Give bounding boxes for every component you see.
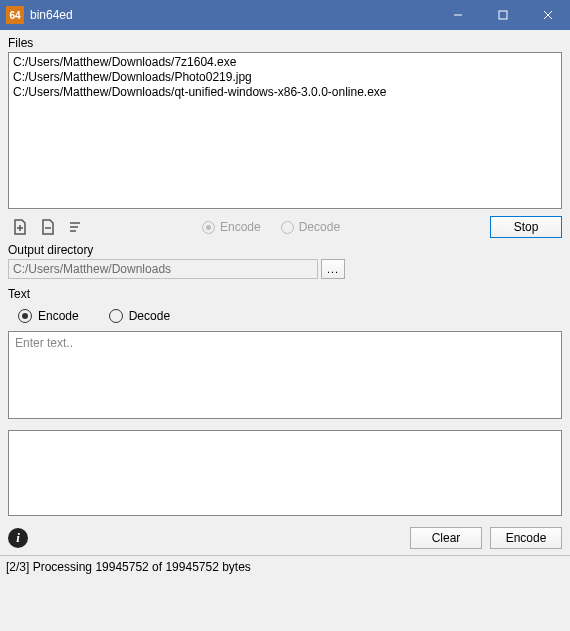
- clear-files-button[interactable]: [64, 215, 88, 239]
- app-icon: 64: [6, 6, 24, 24]
- files-label: Files: [8, 36, 562, 50]
- minimize-button[interactable]: [435, 0, 480, 30]
- status-bar: [2/3] Processing 19945752 of 19945752 by…: [0, 555, 570, 578]
- remove-file-button[interactable]: [36, 215, 60, 239]
- text-decode-radio[interactable]: Decode: [109, 309, 170, 323]
- file-decode-radio: Decode: [281, 220, 340, 234]
- text-output[interactable]: [8, 430, 562, 516]
- maximize-button[interactable]: [480, 0, 525, 30]
- info-icon[interactable]: i: [8, 528, 28, 548]
- text-encode-radio[interactable]: Encode: [18, 309, 79, 323]
- text-label: Text: [8, 287, 562, 301]
- stop-button[interactable]: Stop: [490, 216, 562, 238]
- encode-button[interactable]: Encode: [490, 527, 562, 549]
- text-encode-label: Encode: [38, 309, 79, 323]
- files-list[interactable]: C:/Users/Matthew/Downloads/7z1604.exe C:…: [8, 52, 562, 209]
- file-item[interactable]: C:/Users/Matthew/Downloads/7z1604.exe: [13, 55, 557, 70]
- file-item[interactable]: C:/Users/Matthew/Downloads/Photo0219.jpg: [13, 70, 557, 85]
- clear-button[interactable]: Clear: [410, 527, 482, 549]
- titlebar: 64 bin64ed: [0, 0, 570, 30]
- output-dir-label: Output directory: [8, 243, 562, 257]
- text-decode-label: Decode: [129, 309, 170, 323]
- text-input[interactable]: [8, 331, 562, 419]
- browse-button[interactable]: ...: [321, 259, 345, 279]
- output-dir-input: [8, 259, 318, 279]
- file-encode-label: Encode: [220, 220, 261, 234]
- file-decode-label: Decode: [299, 220, 340, 234]
- add-file-button[interactable]: [8, 215, 32, 239]
- window-title: bin64ed: [30, 8, 435, 22]
- file-encode-radio: Encode: [202, 220, 261, 234]
- svg-rect-1: [499, 11, 507, 19]
- file-item[interactable]: C:/Users/Matthew/Downloads/qt-unified-wi…: [13, 85, 557, 100]
- close-button[interactable]: [525, 0, 570, 30]
